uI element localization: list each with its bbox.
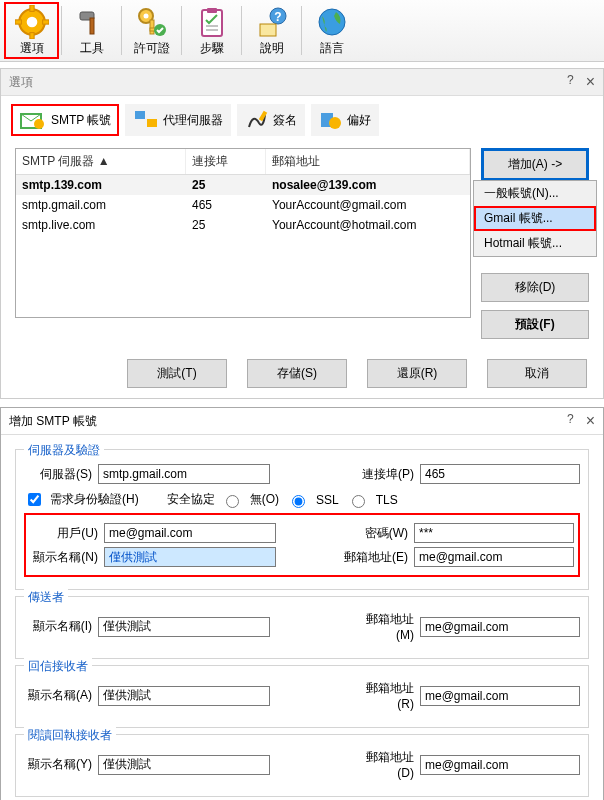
- radio-none[interactable]: [226, 495, 239, 508]
- tab-signature[interactable]: 簽名: [237, 104, 305, 136]
- toolbar-label: 說明: [260, 40, 284, 57]
- remove-button[interactable]: 移除(D): [481, 273, 589, 302]
- display-input[interactable]: [104, 547, 276, 567]
- help-icon[interactable]: ?: [567, 73, 574, 91]
- lbl-display: 顯示名稱(N): [30, 549, 98, 566]
- default-button[interactable]: 預設(F): [481, 310, 589, 339]
- add-button[interactable]: 增加(A) ->: [481, 148, 589, 181]
- pass-input[interactable]: [414, 523, 574, 543]
- add-smtp-dialog: 增加 SMTP 帳號 ? × 伺服器及驗證 伺服器(S) 連接埠(P) 需求身份…: [0, 407, 604, 800]
- tab-preferences[interactable]: 偏好: [311, 104, 379, 136]
- table-row[interactable]: smtp.gmail.com 465 YourAccount@gmail.com: [16, 195, 470, 215]
- th-server[interactable]: SMTP 伺服器 ▲: [16, 149, 186, 174]
- reply-display-input[interactable]: [98, 686, 270, 706]
- save-button[interactable]: 存儲(S): [247, 359, 347, 388]
- table-row[interactable]: smtp.139.com 25 nosalee@139.com: [16, 175, 470, 195]
- legend-server: 伺服器及驗證: [24, 442, 104, 459]
- svg-rect-25: [259, 111, 267, 122]
- port-input[interactable]: [420, 464, 580, 484]
- credentials-highlight: 用戶(U) 密碼(W) 顯示名稱(N) 郵箱地址(E): [24, 513, 580, 577]
- options-titlebar: 選項 ? ×: [1, 69, 603, 96]
- legend-receipt: 閱讀回執接收者: [24, 727, 116, 744]
- server-input[interactable]: [98, 464, 270, 484]
- svg-rect-19: [260, 24, 276, 36]
- lbl-auth: 需求身份驗證(H): [50, 491, 139, 508]
- signature-icon: [245, 109, 269, 131]
- options-footer: 測試(T) 存儲(S) 還原(R) 取消: [1, 349, 603, 398]
- test-button[interactable]: 測試(T): [127, 359, 227, 388]
- svg-rect-10: [150, 20, 154, 34]
- svg-rect-5: [42, 20, 48, 24]
- lbl-email: 郵箱地址(E): [344, 549, 408, 566]
- clipboard-icon: [194, 4, 230, 40]
- lbl-pass: 密碼(W): [344, 525, 408, 542]
- lbl-port: 連接埠(P): [350, 466, 414, 483]
- svg-rect-4: [15, 20, 21, 24]
- options-tabs: SMTP 帳號 代理伺服器 簽名 偏好: [1, 96, 603, 138]
- help-icon[interactable]: ?: [567, 412, 574, 430]
- toolbar-license[interactable]: 許可證: [124, 2, 179, 59]
- legend-reply: 回信接收者: [24, 658, 92, 675]
- svg-point-27: [329, 117, 341, 129]
- svg-rect-3: [29, 33, 33, 39]
- toolbar-steps[interactable]: 步驟: [184, 2, 239, 59]
- user-input[interactable]: [104, 523, 276, 543]
- lbl-display-i: 顯示名稱(I): [24, 618, 92, 635]
- key-icon: [134, 4, 170, 40]
- globe-icon: [314, 4, 350, 40]
- svg-text:?: ?: [274, 10, 281, 24]
- th-port[interactable]: 連接埠: [186, 149, 266, 174]
- toolbar-options[interactable]: 選項: [4, 2, 59, 59]
- svg-rect-24: [147, 119, 157, 127]
- reply-email-input[interactable]: [420, 686, 580, 706]
- tab-proxy[interactable]: 代理伺服器: [125, 104, 231, 136]
- receipt-display-input[interactable]: [98, 755, 270, 775]
- legend-sender: 傳送者: [24, 589, 68, 606]
- table-row[interactable]: smtp.live.com 25 YourAccount@hotmail.com: [16, 215, 470, 235]
- toolbar-help[interactable]: ? 說明: [244, 2, 299, 59]
- menu-item-hotmail[interactable]: Hotmail 帳號...: [474, 231, 596, 256]
- toolbar-label: 步驟: [200, 40, 224, 57]
- menu-item-gmail[interactable]: Gmail 帳號...: [474, 206, 596, 231]
- fieldset-sender: 傳送者 顯示名稱(I) 郵箱地址(M): [15, 596, 589, 659]
- sender-display-input[interactable]: [98, 617, 270, 637]
- tab-label: 簽名: [273, 112, 297, 129]
- servers-icon: [133, 109, 159, 131]
- sender-email-input[interactable]: [420, 617, 580, 637]
- lbl-display-y: 顯示名稱(Y): [24, 756, 92, 773]
- radio-tls[interactable]: [352, 495, 365, 508]
- close-icon[interactable]: ×: [586, 412, 595, 430]
- smtp-title: 增加 SMTP 帳號: [9, 413, 567, 430]
- svg-rect-14: [207, 8, 217, 13]
- svg-rect-13: [202, 10, 222, 36]
- toolbar-label: 選項: [20, 40, 44, 57]
- svg-point-1: [26, 17, 37, 28]
- auth-checkbox[interactable]: [28, 493, 41, 506]
- lbl-email-r: 郵箱地址(R): [350, 680, 414, 711]
- toolbar-label: 語言: [320, 40, 344, 57]
- close-icon[interactable]: ×: [586, 73, 595, 91]
- fieldset-reply: 回信接收者 顯示名稱(A) 郵箱地址(R): [15, 665, 589, 728]
- svg-point-20: [319, 9, 345, 35]
- gear-icon: [14, 4, 50, 40]
- th-email[interactable]: 郵箱地址: [266, 149, 470, 174]
- help-icon: ?: [254, 4, 290, 40]
- cancel-button[interactable]: 取消: [487, 359, 587, 388]
- restore-button[interactable]: 還原(R): [367, 359, 467, 388]
- options-title: 選項: [9, 74, 567, 91]
- tab-label: SMTP 帳號: [51, 112, 111, 129]
- receipt-email-input[interactable]: [420, 755, 580, 775]
- toolbar-language[interactable]: 語言: [304, 2, 359, 59]
- menu-item-general[interactable]: 一般帳號(N)...: [474, 181, 596, 206]
- toolbar-tools[interactable]: 工具: [64, 2, 119, 59]
- lbl-email-d: 郵箱地址(D): [350, 749, 414, 780]
- main-toolbar: 選項 工具 許可證 步驟 ? 說明 語言: [0, 0, 604, 62]
- tab-label: 代理伺服器: [163, 112, 223, 129]
- smtp-table: SMTP 伺服器 ▲ 連接埠 郵箱地址 smtp.139.com 25 nosa…: [15, 148, 471, 318]
- lbl-user: 用戶(U): [30, 525, 98, 542]
- radio-ssl[interactable]: [292, 495, 305, 508]
- settings-icon: [319, 109, 343, 131]
- email-input[interactable]: [414, 547, 574, 567]
- lbl-server: 伺服器(S): [24, 466, 92, 483]
- tab-smtp[interactable]: SMTP 帳號: [11, 104, 119, 136]
